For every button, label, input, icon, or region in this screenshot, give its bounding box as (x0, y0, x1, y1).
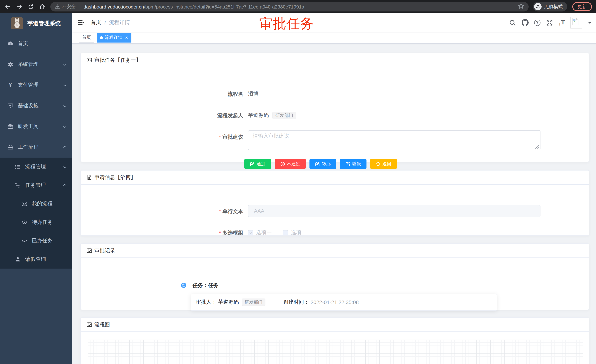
bookmark-star-button[interactable] (518, 3, 524, 11)
sidebar-item-支付管理[interactable]: ¥支付管理 (0, 75, 72, 95)
broken-image-icon (572, 18, 579, 25)
apply-info-card: 申请信息【滔博】 单行文本 AAA 多选框组 选项一选项二 (80, 170, 589, 236)
undo-icon (376, 161, 380, 166)
record-card-header: 审批记录 (81, 244, 589, 258)
approver-dept-tag: 研发部门 (242, 298, 265, 306)
opinion-label: 审批建议 (81, 132, 243, 142)
approve-record-card: 审批记录 任务：任务一 审批人： 芋道源码 研发部门 创建时间： 2022-01… (80, 243, 589, 310)
create-time-label: 创建时间： (283, 299, 309, 306)
fullscreen-button[interactable] (546, 19, 553, 26)
hamburger-icon (77, 19, 85, 26)
sidebar-item-label: 我的流程 (32, 201, 52, 207)
sidebar-item-label: 待办任务 (32, 219, 52, 226)
edit-icon (250, 161, 255, 166)
address-bar[interactable]: 不安全 dashboard.yudao.iocoder.cn/bpm/proce… (50, 2, 529, 11)
incognito-label: 无痕模式 (544, 4, 563, 10)
sidebar: 芋道管理系统 首页系统管理¥支付管理基础设施研发工具工作流程流程管理任务管理我的… (0, 13, 72, 364)
security-label: 不安全 (62, 4, 76, 10)
sidebar-item-已办任务[interactable]: 已办任务 (0, 232, 72, 250)
通过-button[interactable]: 通过 (244, 159, 271, 169)
sidebar-item-我的流程[interactable]: 我的流程 (0, 195, 72, 213)
list-icon (15, 164, 21, 170)
tag-close-icon[interactable]: × (125, 35, 128, 40)
top-navbar: 首页 / 流程详情 ? TT (72, 13, 596, 32)
button-label: 转办 (322, 161, 331, 167)
app-title: 芋道管理系统 (27, 20, 61, 27)
sidebar-item-研发工具[interactable]: 研发工具 (0, 116, 72, 137)
sidebar-item-label: 已办任务 (32, 238, 52, 244)
sidebar-item-请假查询[interactable]: 请假查询 (0, 250, 72, 269)
委派-button[interactable]: 委派 (340, 159, 366, 169)
github-link-button[interactable] (522, 19, 529, 26)
button-label: 通过 (257, 161, 265, 167)
user-avatar[interactable] (570, 17, 582, 29)
chevron-down-icon (63, 62, 67, 66)
browser-reload-button[interactable] (26, 2, 35, 11)
url-domain: dashboard.yudao.iocoder.cn (83, 4, 144, 9)
approver-name: 芋道源码 (218, 299, 239, 306)
star-icon (518, 3, 524, 9)
process-diagram-card: 流程图 (80, 317, 589, 364)
browser-forward-button[interactable] (15, 2, 24, 11)
github-icon (522, 19, 529, 26)
sidebar-item-系统管理[interactable]: 系统管理 (0, 54, 72, 75)
chevron-up-icon (63, 145, 67, 149)
starter-dept-tag: 研发部门 (272, 112, 296, 119)
dashboard-icon (7, 41, 13, 47)
chevron-down-icon (63, 124, 67, 129)
main-content: 审批任务【任务一】 流程名 滔博 流程发起人 芋道源码 研发部门 审批建议 通过… (72, 44, 596, 364)
eye-closed-icon (22, 238, 27, 244)
sidebar-item-首页[interactable]: 首页 (0, 33, 72, 54)
sidebar-item-任务管理[interactable]: 任务管理 (0, 176, 72, 195)
breadcrumb: 首页 / 流程详情 (91, 19, 130, 26)
security-chip[interactable]: 不安全 (55, 4, 76, 10)
browser-update-button[interactable]: 更新 (572, 2, 592, 11)
url-divider (79, 4, 80, 10)
chevron-down-icon (63, 165, 67, 169)
help-button[interactable]: ? (534, 19, 540, 26)
home-icon (39, 3, 45, 10)
apply-card-title: 申请信息【滔博】 (94, 174, 136, 181)
sidebar-logo-row[interactable]: 芋道管理系统 (0, 13, 72, 33)
sidebar-item-label: 研发工具 (18, 123, 38, 130)
screen: 不安全 dashboard.yudao.iocoder.cn/bpm/proce… (0, 0, 596, 364)
browser-back-button[interactable] (3, 2, 12, 11)
forward-icon (16, 3, 22, 10)
record-task-title: 任务：任务一 (193, 280, 224, 290)
breadcrumb-current: 流程详情 (109, 19, 130, 26)
browser-home-button[interactable] (38, 2, 47, 11)
sidebar-item-label: 请假查询 (25, 256, 46, 263)
picture-icon (87, 322, 92, 327)
monitor-icon (7, 103, 13, 109)
url-path: /bpm/process-instance/detail?id=54aa251f… (144, 4, 304, 9)
circle-close-icon (280, 161, 285, 166)
sidebar-item-待办任务[interactable]: 待办任务 (0, 213, 72, 232)
single-text-input: AAA (248, 205, 540, 217)
tag-label: 流程详情 (105, 34, 123, 41)
不通过-button[interactable]: 不通过 (275, 159, 306, 169)
sidebar-item-label: 系统管理 (18, 61, 38, 68)
incognito-icon (534, 3, 542, 10)
breadcrumb-home[interactable]: 首页 (91, 19, 101, 26)
approve-card-title: 审批任务【任务一】 (94, 57, 141, 63)
avatar-caret-icon[interactable] (588, 22, 592, 25)
sidebar-collapse-button[interactable] (77, 19, 85, 26)
opinion-textarea[interactable] (248, 130, 540, 150)
退回-button[interactable]: 退回 (370, 159, 397, 169)
timeline-clock-icon (181, 283, 186, 288)
font-size-button[interactable]: TT (559, 19, 565, 26)
sidebar-item-流程管理[interactable]: 流程管理 (0, 158, 72, 176)
search-icon (509, 19, 516, 26)
url-text: dashboard.yudao.iocoder.cn/bpm/process-i… (83, 4, 304, 9)
sidebar-item-工作流程[interactable]: 工作流程 (0, 137, 72, 158)
checkbox-选项二: 选项二 (283, 229, 306, 236)
转办-button[interactable]: 转办 (309, 159, 336, 169)
bpmn-canvas[interactable] (88, 340, 583, 364)
sidebar-menu: 首页系统管理¥支付管理基础设施研发工具工作流程流程管理任务管理我的流程待办任务已… (0, 33, 72, 269)
tag-首页[interactable]: 首页 (79, 33, 94, 42)
tag-流程详情[interactable]: 流程详情× (97, 33, 131, 42)
sidebar-item-基础设施[interactable]: 基础设施 (0, 95, 72, 116)
eye-open-icon (22, 219, 27, 225)
header-search-button[interactable] (509, 19, 516, 26)
picture-icon (87, 248, 92, 253)
